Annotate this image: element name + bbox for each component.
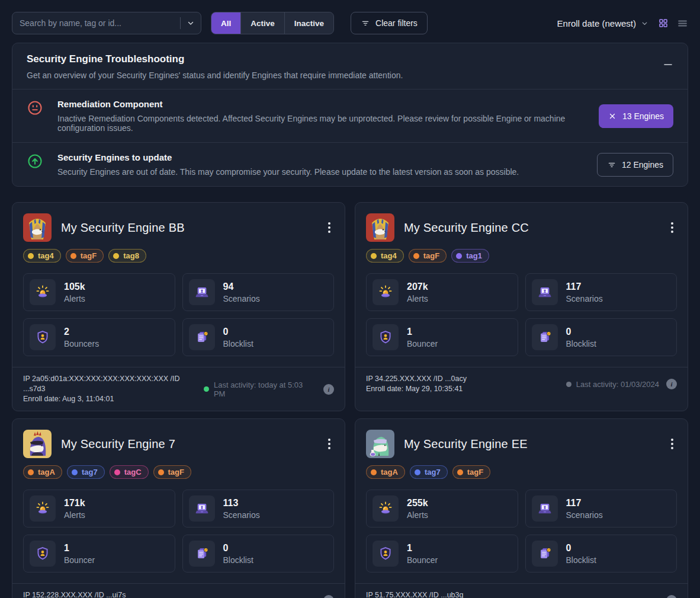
tag-label: tagA: [38, 468, 55, 477]
stat-tile-scenarios[interactable]: 94 Scenarios: [182, 273, 335, 311]
stat-tile-blocklist[interactable]: 0 Blocklist: [525, 318, 677, 356]
stat-tile-blocklist[interactable]: 0 Blocklist: [182, 535, 335, 573]
activity-status-dot: [204, 386, 209, 392]
troubleshooting-title: Security Engine Troubleshooting: [27, 53, 403, 65]
engine-ip-id: IP 2a05:d01a:XXX:XXX:XXX:XXX:XXX:XXX /ID…: [23, 374, 204, 394]
filter-icon: [607, 160, 616, 170]
info-icon[interactable]: i: [666, 595, 677, 598]
search-input[interactable]: [20, 18, 174, 28]
stats-grid: 171k Alerts 113 Scenarios 1 Bouncer 0 Bl…: [23, 490, 334, 573]
tag-pill[interactable]: tag4: [366, 249, 404, 263]
stat-label: Alerts: [407, 510, 428, 520]
stat-tile-scenarios[interactable]: 117 Scenarios: [525, 490, 677, 527]
alert-row-update: Security Engines to update Security Engi…: [12, 142, 688, 186]
troubleshooting-panel: Security Engine Troubleshooting Get an o…: [12, 43, 688, 187]
blocklist-icon: [189, 324, 215, 350]
kebab-menu-icon[interactable]: [667, 219, 677, 236]
stat-tile-scenarios[interactable]: 113 Scenarios: [182, 490, 335, 527]
tag-list: tagAtag7tagCtagF: [23, 465, 334, 479]
stat-tile-alerts[interactable]: 207k Alerts: [366, 273, 518, 311]
tag-color-dot: [371, 253, 377, 259]
siren-icon: [30, 279, 56, 305]
stat-tile-blocklist[interactable]: 0 Blocklist: [525, 535, 677, 573]
tag-list: tagAtag7tagF: [366, 465, 677, 479]
stat-tile-blocklist[interactable]: 0 Blocklist: [182, 318, 335, 356]
kebab-menu-icon[interactable]: [325, 435, 334, 453]
filter-tab-inactive[interactable]: Inactive: [285, 12, 333, 34]
engine-card: My Security Engine CC tag4tagFtag1 207k …: [355, 202, 688, 411]
remediation-engines-button[interactable]: 13 Engines: [599, 104, 673, 128]
tag-pill[interactable]: tagA: [366, 465, 405, 479]
tag-pill[interactable]: tagF: [452, 465, 490, 479]
engine-enroll-date: Enroll date: Aug 3, 11:04:01: [23, 394, 204, 404]
kebab-menu-icon[interactable]: [667, 435, 677, 453]
toolbar-right: Enroll date (newest): [557, 18, 688, 29]
stat-tile-bouncer[interactable]: 1 Bouncer: [366, 318, 518, 356]
kebab-menu-icon[interactable]: [325, 219, 334, 236]
stat-tile-bouncers[interactable]: 2 Bouncers: [23, 318, 175, 356]
tag-pill[interactable]: tag7: [67, 465, 105, 479]
tag-color-dot: [70, 253, 76, 259]
tag-pill[interactable]: tag1: [451, 249, 489, 263]
list-view-icon[interactable]: [677, 18, 688, 29]
info-icon[interactable]: i: [666, 379, 677, 389]
stat-tile-bouncer[interactable]: 1 Bouncer: [23, 535, 175, 573]
chevron-down-icon[interactable]: [187, 19, 195, 27]
tag-label: tag7: [82, 468, 98, 477]
engine-name: My Security Engine EE: [404, 437, 528, 451]
tag-color-dot: [28, 469, 34, 475]
laptop-icon: [532, 279, 558, 305]
info-icon[interactable]: i: [323, 384, 334, 395]
stat-value: 171k: [64, 498, 85, 509]
stat-label: Bouncers: [64, 339, 99, 348]
last-activity-label: Last activity: 01/03/2024: [576, 380, 659, 389]
activity-status-dot: [566, 382, 571, 387]
sad-face-icon: [27, 100, 43, 119]
update-engines-button[interactable]: 12 Engines: [597, 153, 673, 177]
stat-label: Blocklist: [566, 555, 596, 565]
engine-ip-id: IP 152.228.XXX.XXX /ID ...ui7s: [23, 590, 126, 598]
stat-value: 0: [566, 327, 596, 337]
close-icon: [608, 112, 616, 120]
tag-pill[interactable]: tagF: [153, 465, 191, 479]
filter-tab-all[interactable]: All: [211, 12, 241, 34]
alert-description: Inactive Remediation Components detected…: [57, 114, 585, 133]
info-icon[interactable]: i: [323, 595, 334, 598]
tag-color-dot: [113, 253, 119, 259]
tag-pill[interactable]: tagF: [409, 249, 447, 263]
tag-pill[interactable]: tag7: [410, 465, 448, 479]
blocklist-icon: [532, 324, 558, 350]
engine-card: My Security Engine 7 tagAtag7tagCtagF 17…: [12, 418, 345, 598]
tag-color-dot: [72, 469, 78, 475]
last-activity-label: Last activity: 01/03/2024: [233, 596, 316, 598]
stat-tile-alerts[interactable]: 105k Alerts: [23, 273, 175, 311]
stat-value: 117: [566, 498, 603, 509]
stat-tile-bouncer[interactable]: 1 Bouncer: [366, 535, 518, 573]
sort-dropdown[interactable]: Enroll date (newest): [557, 18, 648, 28]
stat-value: 105k: [64, 282, 85, 292]
tag-label: tag4: [38, 251, 54, 260]
stat-tile-alerts[interactable]: 255k Alerts: [366, 490, 518, 527]
card-footer: IP 152.228.XXX.XXX /ID ...ui7s Enroll da…: [12, 583, 345, 598]
tag-pill[interactable]: tagA: [23, 465, 62, 479]
collapse-icon[interactable]: [663, 59, 673, 70]
stat-value: 1: [64, 543, 95, 554]
card-footer: IP 2a05:d01a:XXX:XXX:XXX:XXX:XXX:XXX /ID…: [12, 367, 345, 411]
tag-pill[interactable]: tag8: [108, 249, 146, 263]
search-box[interactable]: [12, 12, 201, 34]
shield-icon: [30, 324, 56, 350]
stat-tile-scenarios[interactable]: 117 Scenarios: [525, 273, 677, 311]
engine-enroll-date: Enroll date: May 29, 10:35:41: [366, 384, 467, 394]
filter-tab-active[interactable]: Active: [241, 12, 285, 34]
stat-label: Bouncer: [407, 339, 438, 348]
card-footer: IP 51.75.XXX.XXX /ID ...ub3q Enroll date…: [355, 583, 688, 598]
tag-pill[interactable]: tag4: [23, 249, 61, 263]
tag-pill[interactable]: tagF: [66, 249, 104, 263]
tag-label: tag1: [466, 251, 482, 260]
clear-filters-button[interactable]: Clear filters: [351, 12, 428, 34]
grid-view-icon[interactable]: [658, 18, 669, 28]
laptop-icon: [189, 279, 215, 305]
tag-pill[interactable]: tagC: [110, 465, 149, 479]
stat-tile-alerts[interactable]: 171k Alerts: [23, 490, 175, 527]
engines-count-label: 13 Engines: [622, 111, 664, 121]
